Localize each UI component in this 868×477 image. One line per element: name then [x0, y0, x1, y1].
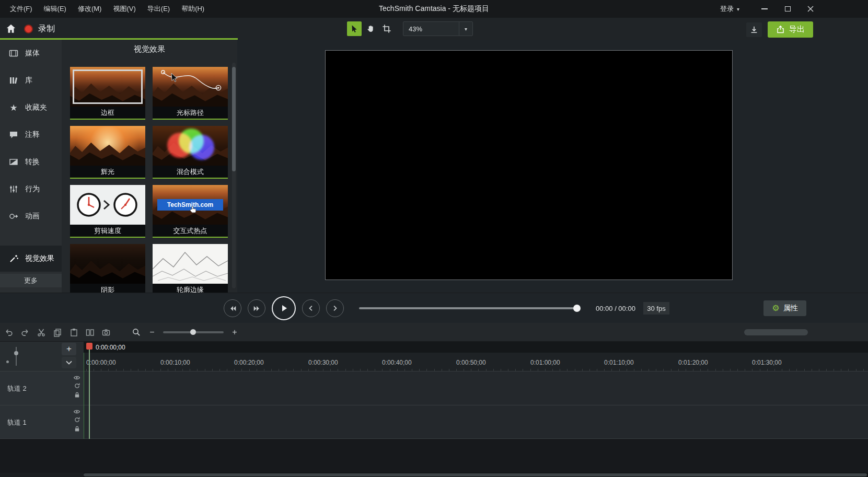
timeline-scrollbar[interactable] [744, 329, 808, 335]
playhead-time: 0:00:00;00 [96, 342, 125, 353]
select-tool-button[interactable] [347, 21, 362, 36]
close-button[interactable] [799, 0, 822, 18]
zoom-level-dropdown[interactable]: 43% ▾ [403, 21, 473, 36]
effect-tile-interactive-hotspot[interactable]: TechSmith.com 交互式热点 [153, 185, 228, 238]
sidebar-more-button[interactable]: 更多 [0, 274, 62, 287]
play-button[interactable] [272, 296, 296, 320]
effect-tile-border[interactable]: 边框 [70, 67, 145, 120]
pan-tool-button[interactable] [363, 21, 378, 36]
track-visibility-eye-icon[interactable] [73, 375, 80, 380]
cut-button[interactable] [37, 328, 46, 337]
track-header[interactable]: 轨道 1 [0, 405, 84, 438]
step-forward-button[interactable] [326, 299, 344, 317]
border-preview [73, 69, 143, 104]
effect-label: 轮廓边缘 [153, 284, 228, 293]
timeline-collapse-button[interactable] [62, 357, 76, 368]
download-button[interactable] [746, 22, 762, 37]
menu-export[interactable]: 导出(E) [142, 4, 176, 14]
effect-tile-clip-speed[interactable]: 剪辑速度 [70, 185, 145, 238]
playhead[interactable] [86, 343, 92, 439]
sidebar-item-animations[interactable]: 动画 [0, 203, 62, 230]
library-icon [8, 75, 19, 86]
record-label: 录制 [38, 24, 55, 34]
step-back-button[interactable] [302, 299, 320, 317]
timeline-zoom-thumb[interactable] [190, 329, 196, 335]
properties-button[interactable]: ⚙ 属性 [763, 300, 806, 316]
seek-slider-thumb[interactable] [573, 305, 581, 312]
effect-thumbnail: TechSmith.com [153, 185, 228, 225]
ruler-tick: 0:00:20;00 [234, 359, 264, 366]
playhead-handle[interactable] [86, 343, 92, 350]
seek-slider[interactable] [359, 307, 580, 309]
minimize-button[interactable] [753, 0, 776, 18]
sidebar-item-media[interactable]: 媒体 [0, 40, 62, 67]
sidebar-item-behaviors[interactable]: 行为 [0, 176, 62, 203]
track-row-2: 轨道 2 [0, 371, 868, 405]
track-loop-icon[interactable] [74, 382, 80, 389]
timeline-zoom-slider[interactable] [163, 331, 224, 333]
track-lock-icon[interactable] [74, 391, 80, 398]
menu-view[interactable]: 视图(V) [107, 4, 141, 14]
crop-tool-button[interactable] [379, 21, 394, 36]
tools-sidebar: 媒体 库 ★ 收藏夹 注释 转换 行为 [0, 40, 62, 293]
menu-file[interactable]: 文件(F) [4, 4, 38, 14]
prev-frame-button[interactable] [224, 299, 241, 317]
panel-scrollbar[interactable] [232, 63, 236, 288]
track-lane[interactable] [84, 405, 868, 438]
sidebar-item-visual-effects[interactable]: 视觉效果 [0, 246, 62, 272]
track-height-slider[interactable] [13, 345, 20, 368]
home-button[interactable] [5, 23, 17, 34]
zoom-in-button[interactable]: + [231, 328, 238, 337]
effect-tile-shadow[interactable]: 阴影 [70, 244, 145, 293]
ruler-tick: 0:00:40;00 [382, 359, 412, 366]
screenshot-button[interactable] [101, 328, 111, 337]
effect-label: 剪辑速度 [70, 225, 145, 237]
sidebar-item-transitions[interactable]: 转换 [0, 148, 62, 176]
effect-thumbnail [153, 126, 228, 166]
effects-grid: 边框 光标路径 辉光 [70, 67, 228, 293]
add-track-button[interactable]: + [62, 343, 76, 355]
maximize-button[interactable] [776, 0, 799, 18]
sidebar-item-library[interactable]: 库 [0, 67, 62, 94]
zoom-level-value: 43% [403, 25, 459, 33]
copy-button[interactable] [53, 328, 62, 337]
effect-tile-cursor-path[interactable]: 光标路径 [153, 67, 228, 120]
track-visibility-eye-icon[interactable] [73, 409, 80, 414]
menu-modify[interactable]: 修改(M) [72, 4, 108, 14]
undo-button[interactable] [4, 328, 14, 337]
track-row-1: 轨道 1 [0, 405, 868, 439]
behaviors-icon [8, 184, 19, 194]
paste-button[interactable] [69, 328, 78, 337]
menu-edit[interactable]: 编辑(E) [38, 4, 72, 14]
effect-tile-glow[interactable]: 辉光 [70, 126, 145, 179]
star-icon: ★ [8, 103, 19, 112]
timeline-ruler[interactable]: 0:00:00;00 0:00:10;00 0:00:20;00 0:00:30… [84, 353, 868, 371]
track-lock-icon[interactable] [74, 425, 80, 432]
track-loop-icon[interactable] [74, 416, 80, 423]
record-button[interactable]: 录制 [24, 24, 55, 34]
split-button[interactable] [85, 328, 95, 337]
effect-tile-outline-edges[interactable]: 轮廓边缘 [153, 244, 228, 293]
sidebar-item-favorites[interactable]: ★ 收藏夹 [0, 94, 62, 121]
ruler-tick: 0:00:10;00 [160, 359, 190, 366]
zoom-out-button[interactable]: − [148, 328, 156, 337]
timeline-header-corner: + [0, 342, 84, 371]
redo-button[interactable] [20, 328, 30, 337]
export-button[interactable]: 导出 [768, 21, 813, 38]
panel-scrollbar-thumb[interactable] [232, 67, 236, 171]
track-header[interactable]: 轨道 2 [0, 371, 84, 405]
visual-effects-panel: 视觉效果 边框 光标路径 [62, 40, 237, 293]
effect-tile-blend-mode[interactable]: 混合模式 [153, 126, 228, 179]
preview-canvas[interactable] [325, 50, 733, 280]
chevron-left-icon [307, 305, 315, 312]
timeline-zoom-button[interactable] [132, 328, 141, 337]
sign-in-button[interactable]: 登录 ▾ [720, 4, 739, 14]
timeline-h-scrollbar-thumb[interactable] [84, 473, 867, 476]
sidebar-item-annotations[interactable]: 注释 [0, 121, 62, 148]
track-lane[interactable] [84, 371, 868, 405]
menu-help[interactable]: 帮助(H) [176, 4, 210, 14]
timebar-strip[interactable]: 0:00:00;00 [84, 342, 868, 353]
callout-icon [8, 130, 19, 140]
next-frame-button[interactable] [248, 299, 265, 317]
timeline-h-scrollbar[interactable] [84, 473, 868, 477]
